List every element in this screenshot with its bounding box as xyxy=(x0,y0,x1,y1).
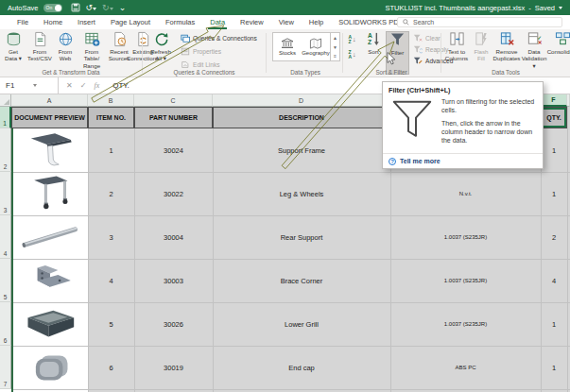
table-header-description[interactable]: DESCRIPTION xyxy=(213,107,390,128)
material-cell[interactable]: 1.0037 (S235JR) xyxy=(390,259,541,302)
select-all-corner[interactable] xyxy=(0,94,11,107)
part-number-cell[interactable]: 30026 xyxy=(134,302,213,346)
toggle-knob-icon xyxy=(55,5,61,11)
sort-ascending-button[interactable]: AZ↓ xyxy=(345,33,359,45)
tab-formulas[interactable]: Formulas xyxy=(158,15,202,29)
sort-icon: A Z xyxy=(366,31,382,47)
thumbnail-support-frame xyxy=(16,130,84,170)
edit-links-icon xyxy=(181,60,190,69)
search-box[interactable]: Search xyxy=(397,17,562,27)
clear-filter-button[interactable]: Clear xyxy=(413,33,440,43)
part-number-cell[interactable]: 30019 xyxy=(134,346,213,389)
part-number-cell[interactable]: 30004 xyxy=(134,215,213,259)
formula-content[interactable]: QTY. xyxy=(107,81,130,90)
material-cell[interactable]: N.v.t. xyxy=(390,172,541,215)
description-cell[interactable]: End cap xyxy=(213,346,390,389)
description-cell[interactable]: Support Frame xyxy=(213,128,390,172)
save-icon[interactable] xyxy=(71,3,80,12)
name-box[interactable]: F1 xyxy=(0,77,59,94)
gallery-down-icon[interactable]: ▼ xyxy=(331,43,339,52)
gridline-v xyxy=(567,107,568,392)
fx-icon[interactable]: fx xyxy=(94,81,99,90)
item-no-cell[interactable]: 1 xyxy=(88,128,134,172)
row-header-7[interactable]: 7 xyxy=(0,346,11,389)
table-header-part-number[interactable]: PART NUMBER xyxy=(134,107,213,128)
description-cell[interactable]: Rear Support xyxy=(213,215,390,259)
redo-button[interactable]: ↻ xyxy=(102,4,113,12)
row-header-2[interactable]: 2 xyxy=(0,128,11,172)
preview-cell[interactable] xyxy=(11,215,88,259)
cancel-icon[interactable]: ✕ xyxy=(66,81,73,90)
tab-home[interactable]: Home xyxy=(36,15,70,29)
qty-cell[interactable]: 1 xyxy=(541,346,567,389)
properties-button[interactable]: Properties xyxy=(181,46,221,57)
qty-cell[interactable]: 1 xyxy=(541,128,567,172)
stocks-button[interactable]: Stocks xyxy=(273,33,302,60)
preview-cell[interactable] xyxy=(11,346,88,389)
row-header-5[interactable]: 5 xyxy=(0,259,11,302)
reapply-filter-button[interactable]: Reapply xyxy=(413,44,448,55)
material-cell[interactable]: ABS PC xyxy=(390,346,541,389)
tab-page-layout[interactable]: Page Layout xyxy=(103,15,158,29)
autosave-toggle[interactable]: On xyxy=(43,4,62,12)
column-header-c[interactable]: C xyxy=(134,94,213,107)
queries-connections-button[interactable]: Queries & Connections xyxy=(181,33,257,43)
preview-cell[interactable] xyxy=(11,259,88,302)
remove-duplicates-icon xyxy=(499,31,515,47)
undo-button[interactable]: ↺ xyxy=(86,4,97,12)
tab-help[interactable]: Help xyxy=(302,15,331,29)
enter-icon[interactable]: ✓ xyxy=(80,81,87,90)
item-no-cell[interactable]: 6 xyxy=(88,346,134,389)
qty-cell[interactable]: 1 xyxy=(541,302,567,346)
preview-cell[interactable] xyxy=(11,128,88,172)
button-label: From Table/ Range xyxy=(78,48,106,69)
column-header-b[interactable]: B xyxy=(88,94,134,107)
tab-file[interactable]: File xyxy=(9,15,36,29)
preview-cell[interactable] xyxy=(11,172,88,215)
row-header-6[interactable]: 6 xyxy=(0,302,11,346)
row-header-3[interactable]: 3 xyxy=(0,172,11,215)
item-no-cell[interactable]: 5 xyxy=(88,302,134,346)
tab-view[interactable]: View xyxy=(271,15,302,29)
tab-data[interactable]: Data xyxy=(202,15,233,29)
gallery-up-icon[interactable]: ▲ xyxy=(331,33,339,43)
material-cell[interactable]: 1.0037 (S235JR) xyxy=(390,302,541,346)
geography-button[interactable]: Geography xyxy=(302,33,330,60)
tab-insert[interactable]: Insert xyxy=(70,15,103,29)
item-no-cell[interactable]: 3 xyxy=(88,215,134,259)
tell-me-more-link[interactable]: ? Tell me more xyxy=(383,153,543,168)
button-label: Sort xyxy=(368,48,378,55)
gridline-h xyxy=(11,389,570,390)
button-label: Consolidate xyxy=(547,48,570,55)
group-label-data-types: Data Types xyxy=(268,69,342,76)
table-header-document-preview[interactable]: DOCUMENT PREVIEW xyxy=(11,107,88,128)
gallery-scroll: ▲ ▼ ≡ xyxy=(331,32,340,61)
description-cell[interactable]: Lower Grill xyxy=(213,302,390,346)
table-header-qty[interactable]: QTY. xyxy=(541,107,567,128)
qty-cell[interactable]: 1 xyxy=(541,172,567,215)
table-header-item-no[interactable]: ITEM NO. xyxy=(88,107,134,128)
row-header-4[interactable]: 4 xyxy=(0,215,11,259)
qty-cell[interactable]: 2 xyxy=(541,215,567,259)
save-status[interactable]: Saved xyxy=(535,4,555,12)
column-header-a[interactable]: A xyxy=(11,94,88,107)
part-number-cell[interactable]: 30024 xyxy=(134,128,213,172)
qty-cell[interactable]: 4 xyxy=(541,259,567,302)
column-header-d[interactable]: D xyxy=(213,94,390,107)
thumbnail-lower-grill xyxy=(16,304,84,344)
material-cell[interactable]: 1.0037 (S235JR) xyxy=(390,215,541,259)
customize-qat-icon[interactable]: ⌄ xyxy=(119,4,127,12)
part-number-cell[interactable]: 30022 xyxy=(134,172,213,215)
button-label: Geography xyxy=(302,50,330,56)
tab-review[interactable]: Review xyxy=(233,15,271,29)
preview-cell[interactable] xyxy=(11,302,88,346)
sort-descending-button[interactable]: ZA↓ xyxy=(345,48,359,60)
row-header-1[interactable]: 1 xyxy=(0,107,11,128)
description-cell[interactable]: Leg & Wheels xyxy=(213,172,390,215)
gallery-more-icon[interactable]: ≡ xyxy=(331,51,339,60)
item-no-cell[interactable]: 2 xyxy=(88,172,134,215)
part-number-cell[interactable]: 30003 xyxy=(134,259,213,302)
item-no-cell[interactable]: 4 xyxy=(88,259,134,302)
description-cell[interactable]: Brace Corner xyxy=(213,259,390,302)
column-header-f[interactable]: F xyxy=(541,94,567,107)
